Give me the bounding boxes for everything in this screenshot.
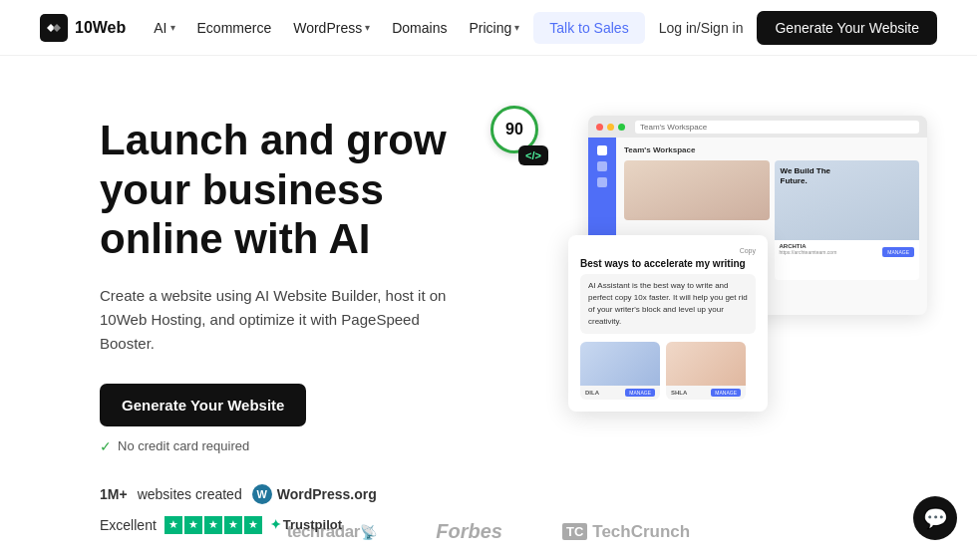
trustpilot-brand: ✦ Trustpilot (270, 517, 342, 532)
techcrunch-logo: TC TechCrunch (562, 522, 690, 542)
hero-left: Launch and grow your business online wit… (100, 96, 518, 504)
chevron-down-icon-3: ▾ (514, 22, 519, 33)
small-card-shla: SHLA MANAGE (666, 342, 746, 400)
workspace-title: Team's Workspace (624, 145, 919, 154)
small-manage-button-dila[interactable]: MANAGE (625, 389, 655, 397)
small-card-footer-dila: DILA MANAGE (580, 386, 660, 400)
check-icon: ✓ (100, 438, 112, 454)
logo-icon (40, 14, 68, 42)
tp-star-icon: ✦ (270, 517, 281, 532)
trustpilot-stars: ★ ★ ★ ★ ★ (164, 516, 262, 534)
wordpress-logo: W WordPress.org (252, 484, 377, 504)
generate-website-button-hero[interactable]: Generate Your Website (100, 384, 306, 426)
small-card-footer-shla: SHLA MANAGE (666, 386, 746, 400)
signin-button[interactable]: Log in/Sign in (659, 20, 744, 36)
websites-created-stat: 1M+ websites created W WordPress.org (100, 484, 518, 504)
small-cards-row: DILA MANAGE SHLA MANAGE (580, 342, 756, 400)
chat-header: Best ways to accelerate my writing (580, 258, 756, 269)
star-2: ★ (184, 516, 202, 534)
wp-icon: W (252, 484, 272, 504)
chat-support-icon: 💬 (923, 506, 948, 530)
code-icon-badge: </> (518, 145, 548, 165)
star-5: ★ (244, 516, 262, 534)
star-1: ★ (164, 516, 182, 534)
hero-title: Launch and grow your business online wit… (100, 116, 518, 264)
nav-ai[interactable]: AI ▾ (154, 20, 174, 36)
nav-domains[interactable]: Domains (392, 20, 447, 36)
navbar: 10Web AI ▾ Ecommerce WordPress ▾ Domains… (0, 0, 977, 56)
nav-pricing[interactable]: Pricing ▾ (469, 20, 519, 36)
no-credit-card-notice: ✓ No credit card required (100, 438, 518, 454)
generate-website-button-nav[interactable]: Generate Your Website (757, 11, 937, 45)
navbar-left: 10Web AI ▾ Ecommerce WordPress ▾ Domains… (40, 14, 519, 42)
small-card-img-dila (580, 342, 660, 386)
browser-bar: Team's Workspace (588, 116, 927, 138)
chevron-down-icon-2: ▾ (365, 22, 370, 33)
tc-box: TC (562, 523, 587, 540)
nav-links: AI ▾ Ecommerce WordPress ▾ Domains Prici… (154, 20, 519, 36)
small-card-dila: DILA MANAGE (580, 342, 660, 400)
browser-dot-green (618, 124, 625, 131)
manage-button-archtia[interactable]: MANAGE (882, 247, 914, 257)
chat-bubble: AI Assistant is the best way to write an… (580, 274, 756, 334)
talk-to-sales-button[interactable]: Talk to Sales (533, 12, 644, 44)
browser-url: Team's Workspace (635, 121, 919, 134)
copy-icon[interactable]: Copy (740, 247, 756, 254)
card-archtia-info: ARCHTIA https://archteamteam.com MANAGE (775, 240, 920, 258)
browser-dot-red (596, 124, 603, 131)
stats-section: 1M+ websites created W WordPress.org Exc… (100, 484, 518, 534)
browser-dot-yellow (607, 124, 614, 131)
logo-text: 10Web (75, 19, 126, 37)
chat-mockup: Copy Best ways to accelerate my writing … (568, 235, 768, 412)
person-image (624, 160, 770, 220)
small-manage-button-shla[interactable]: MANAGE (711, 389, 741, 397)
chat-support-button[interactable]: 💬 (913, 496, 957, 540)
chat-copy-row: Copy (580, 247, 756, 254)
card-robin: ROBIN SMITH https://robinsmith.com MANAG… (624, 160, 770, 220)
small-card-img-shla (666, 342, 746, 386)
navbar-right: Talk to Sales Log in/Sign in Generate Yo… (533, 11, 937, 45)
star-4: ★ (224, 516, 242, 534)
nav-wordpress[interactable]: WordPress ▾ (293, 20, 370, 36)
hero-section: Launch and grow your business online wit… (0, 56, 977, 504)
trustpilot-row: Excellent ★ ★ ★ ★ ★ ✦ Trustpilot (100, 516, 518, 534)
card-archtia: We Build TheFuture. ARCHTIA https://arch… (775, 160, 920, 280)
nav-ecommerce[interactable]: Ecommerce (197, 20, 272, 36)
chevron-down-icon: ▾ (170, 22, 175, 33)
logo[interactable]: 10Web (40, 14, 126, 42)
hero-illustration: 90 </> Team's Workspace (508, 96, 937, 504)
star-3: ★ (204, 516, 222, 534)
hero-description: Create a website using AI Website Builde… (100, 284, 459, 356)
